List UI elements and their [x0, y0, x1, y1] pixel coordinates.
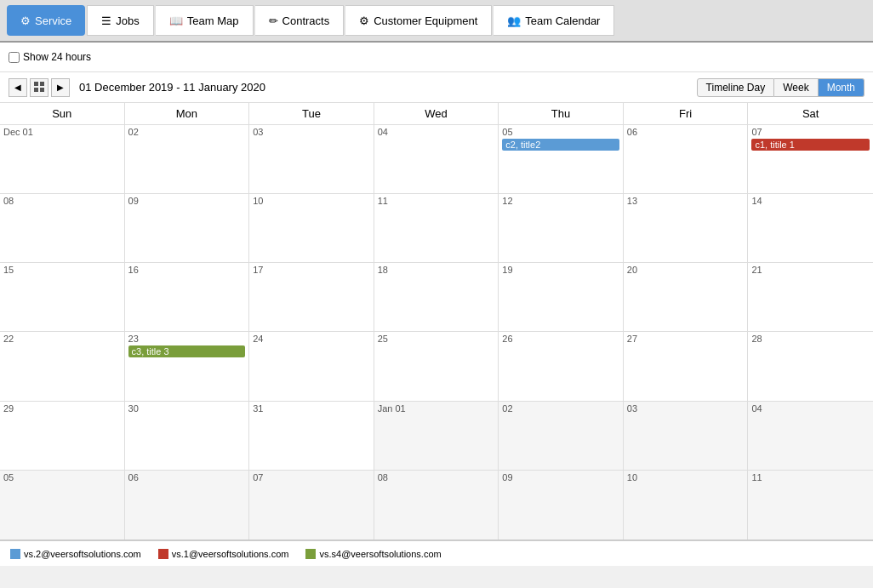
calendar-cell: 19 — [499, 263, 624, 332]
tab-contracts[interactable]: ✏ Contracts — [255, 5, 345, 36]
tab-jobs[interactable]: ☰ Jobs — [87, 5, 153, 36]
calendar-event[interactable]: c2, title2 — [502, 139, 619, 151]
jobs-icon: ☰ — [101, 14, 111, 27]
show24-toolbar: Show 24 hours — [0, 43, 873, 72]
calendar-cell: 31 — [249, 402, 374, 471]
day-number: 20 — [627, 265, 745, 275]
day-number: 12 — [502, 196, 619, 206]
day-number: 09 — [502, 472, 619, 482]
tab-customer-equipment[interactable]: ⚙ Customer Equipment — [345, 5, 492, 36]
calendar-cell: 06 — [624, 125, 749, 194]
day-number: 13 — [627, 196, 745, 206]
day-number: 02 — [128, 127, 246, 137]
day-number: 17 — [253, 265, 370, 275]
calendar-cell: 05 — [0, 471, 125, 539]
legend-item-red: vs.1@veersoftsolutions.com — [158, 549, 289, 559]
day-number: 08 — [378, 472, 495, 482]
calendar-cell: Jan 01 — [374, 402, 499, 471]
tab-service[interactable]: ⚙ Service — [7, 5, 85, 36]
tab-team-map[interactable]: 📖 Team Map — [156, 5, 254, 36]
calendar-cell: 09 — [125, 194, 250, 263]
legend: vs.2@veersoftsolutions.com vs.1@veersoft… — [0, 540, 873, 566]
calendar-cell: Dec 01 — [0, 125, 125, 194]
calendar-event[interactable]: c1, titile 1 — [751, 139, 870, 151]
day-number: Dec 01 — [3, 127, 121, 137]
calendar-cell: 03 — [624, 402, 749, 471]
tab-team-calendar[interactable]: 👥 Team Calendar — [494, 5, 614, 36]
days-header: Sun Mon Tue Wed Thu Fri Sat — [0, 103, 873, 125]
calendar-cell: 03 — [249, 125, 374, 194]
day-header-fri: Fri — [624, 103, 749, 124]
day-number: 15 — [3, 265, 121, 275]
day-number: 18 — [378, 265, 495, 275]
legend-item-green: vs.s4@veersoftsolutions.com — [305, 549, 441, 559]
day-number: 04 — [378, 127, 495, 137]
customer-equipment-icon: ⚙ — [359, 14, 369, 27]
svg-rect-0 — [34, 82, 38, 86]
calendar-cell: 13 — [624, 194, 749, 263]
next-button[interactable]: ▶ — [51, 78, 70, 97]
day-number: 30 — [128, 403, 246, 414]
day-header-tue: Tue — [249, 103, 374, 124]
day-number: 31 — [253, 403, 370, 414]
calendar-cell: 14 — [748, 194, 873, 263]
grid-icon — [34, 82, 45, 93]
day-number: 16 — [128, 265, 246, 275]
legend-label-red: vs.1@veersoftsolutions.com — [172, 549, 289, 559]
day-header-sat: Sat — [748, 103, 873, 124]
date-range: 01 December 2019 - 11 January 2020 — [79, 81, 265, 94]
top-nav: ⚙ Service ☰ Jobs 📖 Team Map ✏ Contracts … — [0, 0, 873, 43]
view-month[interactable]: Month — [819, 78, 864, 97]
calendar-cell: 21 — [748, 263, 873, 332]
show24-checkbox[interactable] — [9, 52, 20, 63]
day-number: Jan 01 — [378, 403, 495, 414]
day-number: 06 — [128, 472, 246, 482]
calendar-cell: 10 — [624, 471, 749, 539]
calendar-cell: 22 — [0, 332, 125, 401]
calendar-cell: 20 — [624, 263, 749, 332]
service-icon: ⚙ — [20, 14, 31, 27]
day-number: 11 — [751, 472, 870, 482]
svg-rect-3 — [40, 88, 44, 92]
calendar-cell: 06 — [125, 471, 250, 539]
calendar-cell: 30 — [125, 402, 250, 471]
day-number: 28 — [751, 334, 870, 344]
day-number: 04 — [751, 403, 870, 414]
view-timeline-day[interactable]: Timeline Day — [697, 78, 775, 97]
day-number: 05 — [3, 472, 121, 482]
day-number: 07 — [253, 472, 370, 482]
day-number: 02 — [502, 403, 619, 414]
svg-rect-1 — [40, 82, 44, 86]
calendar-cell: 11 — [374, 194, 499, 263]
legend-color-green — [305, 549, 316, 559]
show24-label: Show 24 hours — [23, 51, 91, 63]
day-number: 14 — [751, 196, 870, 206]
day-number: 07 — [751, 127, 870, 137]
calendar-header: ◀ ▶ 01 December 2019 - 11 January 2020 T… — [0, 72, 873, 103]
calendar-cell: 24 — [249, 332, 374, 401]
calendar-cell: 02 — [125, 125, 250, 194]
day-number: 03 — [627, 403, 745, 414]
contracts-icon: ✏ — [269, 14, 278, 27]
calendar-cell: 04 — [748, 402, 873, 471]
calendar-cell: 07 — [249, 471, 374, 539]
prev-button[interactable]: ◀ — [9, 78, 27, 97]
day-number: 24 — [253, 334, 370, 344]
calendar-cell: 12 — [499, 194, 624, 263]
grid-view-button[interactable] — [30, 78, 48, 97]
day-number: 29 — [3, 403, 121, 414]
calendar-cell: 11 — [748, 471, 873, 539]
calendar-cell: 17 — [249, 263, 374, 332]
calendar-cell: 25 — [374, 332, 499, 401]
calendar-event[interactable]: c3, title 3 — [128, 345, 246, 357]
calendar-cell: 08 — [374, 471, 499, 539]
view-week[interactable]: Week — [774, 78, 818, 97]
day-number: 10 — [253, 196, 370, 206]
day-header-thu: Thu — [499, 103, 624, 124]
calendar-cell: 28 — [748, 332, 873, 401]
legend-color-blue — [10, 549, 20, 559]
day-number: 08 — [3, 196, 121, 206]
team-calendar-icon: 👥 — [507, 14, 521, 27]
calendar-cell: 09 — [499, 471, 624, 539]
day-header-sun: Sun — [0, 103, 125, 124]
